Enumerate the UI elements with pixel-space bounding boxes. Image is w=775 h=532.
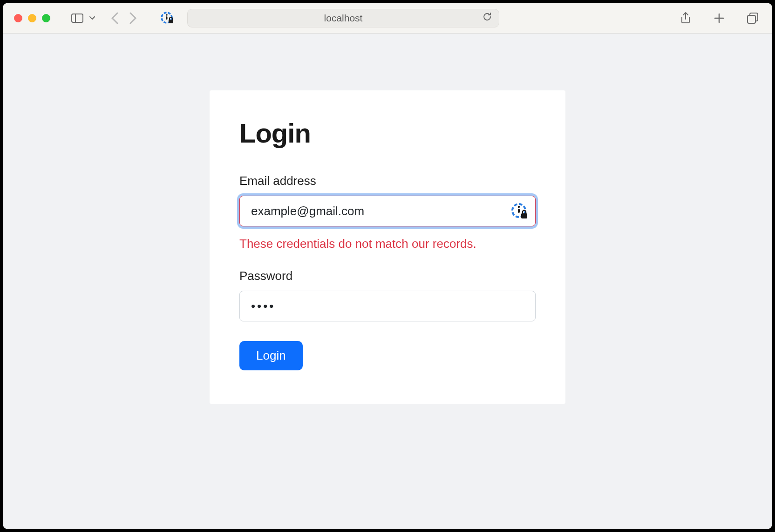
new-tab-button[interactable] bbox=[711, 10, 727, 27]
window-controls bbox=[14, 14, 50, 22]
svg-point-3 bbox=[166, 14, 168, 16]
close-window-button[interactable] bbox=[14, 14, 22, 22]
svg-rect-6 bbox=[748, 15, 755, 23]
svg-rect-5 bbox=[169, 20, 173, 23]
svg-point-8 bbox=[518, 206, 520, 208]
sidebar-controls bbox=[69, 10, 97, 27]
chevron-left-icon bbox=[111, 12, 118, 24]
minimize-window-button[interactable] bbox=[28, 14, 36, 22]
tabs-overview-button[interactable] bbox=[744, 10, 761, 27]
url-bar[interactable]: localhost bbox=[187, 9, 499, 27]
keychain-autofill-button[interactable] bbox=[510, 202, 528, 220]
email-label: Email address bbox=[239, 174, 536, 188]
email-error-message: These credentials do not match our recor… bbox=[239, 237, 536, 251]
back-button[interactable] bbox=[111, 12, 118, 24]
sidebar-dropdown-button[interactable] bbox=[88, 10, 97, 27]
email-input-wrapper bbox=[239, 196, 536, 226]
page-title: Login bbox=[239, 117, 536, 149]
svg-rect-0 bbox=[72, 14, 83, 22]
svg-rect-10 bbox=[521, 213, 527, 218]
password-field[interactable] bbox=[239, 291, 536, 321]
login-card: Login Email address bbox=[210, 90, 565, 404]
browser-toolbar: localhost bbox=[3, 3, 772, 34]
share-icon bbox=[680, 12, 691, 25]
svg-rect-9 bbox=[518, 209, 520, 213]
password-group: Password bbox=[239, 269, 536, 321]
sidebar-icon bbox=[71, 14, 83, 23]
tabs-icon bbox=[747, 12, 759, 24]
login-button[interactable]: Login bbox=[239, 341, 303, 370]
email-field[interactable] bbox=[239, 196, 536, 226]
reload-icon bbox=[482, 12, 492, 22]
page-content: Login Email address bbox=[3, 34, 772, 529]
url-text: localhost bbox=[324, 13, 363, 24]
email-group: Email address These credentials do not m bbox=[239, 174, 536, 251]
keychain-toolbar-button[interactable] bbox=[160, 11, 174, 25]
keychain-icon bbox=[160, 11, 174, 25]
sidebar-toggle-button[interactable] bbox=[69, 10, 86, 27]
maximize-window-button[interactable] bbox=[42, 14, 50, 22]
navigation-controls bbox=[111, 12, 137, 24]
password-label: Password bbox=[239, 269, 536, 283]
chevron-down-icon bbox=[89, 16, 95, 20]
toolbar-right bbox=[677, 10, 761, 27]
keychain-icon bbox=[510, 202, 528, 220]
share-button[interactable] bbox=[677, 10, 694, 27]
svg-rect-4 bbox=[166, 16, 168, 20]
plus-icon bbox=[714, 13, 725, 24]
reload-button[interactable] bbox=[482, 12, 492, 24]
browser-window: localhost bbox=[3, 3, 772, 529]
chevron-right-icon bbox=[129, 12, 137, 24]
forward-button[interactable] bbox=[129, 12, 137, 24]
